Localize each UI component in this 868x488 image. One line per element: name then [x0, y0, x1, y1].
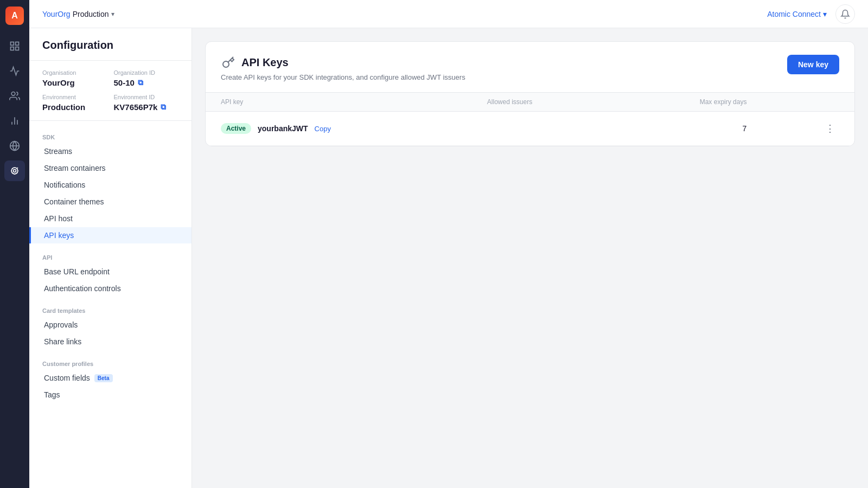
env-name: Production	[73, 10, 109, 18]
api-keys-icon	[221, 55, 236, 70]
max-expiry-cell: 7	[615, 112, 762, 146]
env-id-copy-icon[interactable]: ⧉	[161, 102, 166, 112]
svg-point-12	[223, 61, 229, 67]
card-templates-section-label: Card templates	[29, 303, 192, 316]
col-header-max-expiry: Max expiry days	[615, 93, 762, 112]
org-id-value: 50-10 ⧉	[114, 78, 179, 87]
col-header-allowed-issuers: Allowed issuers	[472, 93, 615, 112]
main-area: YourOrg Production ▾ Atomic Connect ▾ Co…	[29, 0, 868, 488]
customer-profiles-section-label: Customer profiles	[29, 356, 192, 369]
col-header-api-key: API key	[206, 93, 472, 112]
header-right: Atomic Connect ▾	[767, 4, 855, 24]
icon-sidebar: A	[0, 0, 29, 488]
table-row: Active yourbankJWT Copy 7 ⋮	[206, 112, 854, 146]
top-header: YourOrg Production ▾ Atomic Connect ▾	[29, 0, 868, 28]
sidebar-item-container-themes[interactable]: Container themes	[29, 194, 192, 210]
sidebar-item-approvals[interactable]: Approvals	[29, 317, 192, 333]
copy-link[interactable]: Copy	[315, 125, 331, 133]
org-name: YourOrg	[42, 10, 71, 18]
env-value: Production	[42, 102, 107, 112]
svg-rect-1	[16, 42, 19, 46]
col-header-actions	[762, 93, 854, 112]
allowed-issuers-cell	[472, 112, 615, 146]
sdk-section-label: SDK	[29, 130, 192, 143]
org-label: Organisation	[42, 69, 107, 76]
atomic-connect-link[interactable]: Atomic Connect ▾	[767, 10, 827, 18]
sidebar-item-share-links[interactable]: Share links	[29, 333, 192, 350]
page-body: Configuration Organisation YourOrg Organ…	[29, 28, 868, 488]
actions-cell: ⋮	[762, 112, 854, 146]
sidebar-item-stream-containers[interactable]: Stream containers	[29, 160, 192, 176]
new-key-button[interactable]: New key	[787, 55, 839, 74]
svg-point-10	[14, 170, 16, 172]
sidebar-item-tags[interactable]: Tags	[29, 387, 192, 403]
api-keys-table: API key Allowed issuers Max expiry days	[206, 92, 854, 146]
sidebar-item-api-host[interactable]: API host	[29, 210, 192, 227]
sidebar-nav: SDK Streams Stream containers Notificati…	[29, 121, 192, 488]
home-icon[interactable]	[4, 36, 25, 56]
sidebar-item-notifications[interactable]: Notifications	[29, 177, 192, 193]
env-id-value: KV7656P7k ⧉	[114, 102, 179, 112]
notification-button[interactable]	[835, 4, 855, 24]
org-id-copy-icon[interactable]: ⧉	[138, 78, 143, 87]
more-options-button[interactable]: ⋮	[821, 120, 839, 137]
config-panel: Configuration Organisation YourOrg Organ…	[29, 28, 192, 488]
org-id-label: Organization ID	[114, 69, 179, 76]
svg-rect-2	[11, 47, 14, 50]
config-icon[interactable]	[4, 160, 25, 181]
org-selector[interactable]: YourOrg Production ▾	[42, 10, 114, 18]
api-section-label: API	[29, 250, 192, 263]
api-keys-header: API Keys Create API keys for your SDK in…	[206, 42, 854, 92]
org-chevron: ▾	[111, 10, 114, 18]
org-info-grid: Organisation YourOrg Organization ID 50-…	[29, 61, 192, 121]
org-info-org-id: Organization ID 50-10 ⧉	[114, 69, 179, 87]
api-keys-title: API Keys	[221, 55, 465, 70]
page-title: Configuration	[42, 39, 178, 52]
status-badge: Active	[221, 123, 251, 134]
analytics-icon[interactable]	[4, 111, 25, 131]
org-info-env-id: Environment ID KV7656P7k ⧉	[114, 94, 179, 112]
sidebar-item-base-url[interactable]: Base URL endpoint	[29, 264, 192, 280]
key-row: Active yourbankJWT Copy	[221, 123, 457, 134]
svg-rect-3	[16, 47, 19, 50]
activity-icon[interactable]	[4, 61, 25, 81]
svg-rect-0	[11, 42, 14, 46]
users-icon[interactable]	[4, 86, 25, 106]
env-id-label: Environment ID	[114, 94, 179, 100]
svg-point-11	[11, 168, 18, 174]
org-value: YourOrg	[42, 78, 107, 87]
sidebar-item-api-keys[interactable]: API keys	[29, 227, 192, 243]
key-name: yourbankJWT	[258, 124, 308, 133]
sidebar-item-custom-fields[interactable]: Custom fields Beta	[29, 370, 192, 386]
api-key-cell: Active yourbankJWT Copy	[206, 112, 472, 146]
svg-point-4	[11, 92, 15, 96]
env-label: Environment	[42, 94, 107, 100]
config-header: Configuration	[29, 28, 192, 61]
atomic-connect-chevron: ▾	[823, 10, 827, 18]
org-info-environment: Environment Production	[42, 94, 107, 112]
org-info-organisation: Organisation YourOrg	[42, 69, 107, 87]
api-keys-header-left: API Keys Create API keys for your SDK in…	[221, 55, 465, 81]
app-logo[interactable]: A	[5, 7, 24, 25]
api-keys-description: Create API keys for your SDK integration…	[221, 73, 465, 81]
sidebar-item-streams[interactable]: Streams	[29, 143, 192, 159]
beta-badge: Beta	[94, 374, 113, 382]
api-keys-card: API Keys Create API keys for your SDK in…	[205, 41, 855, 146]
sidebar-item-auth-controls[interactable]: Authentication controls	[29, 280, 192, 297]
content-area: API Keys Create API keys for your SDK in…	[192, 28, 868, 488]
globe-icon[interactable]	[4, 136, 25, 156]
